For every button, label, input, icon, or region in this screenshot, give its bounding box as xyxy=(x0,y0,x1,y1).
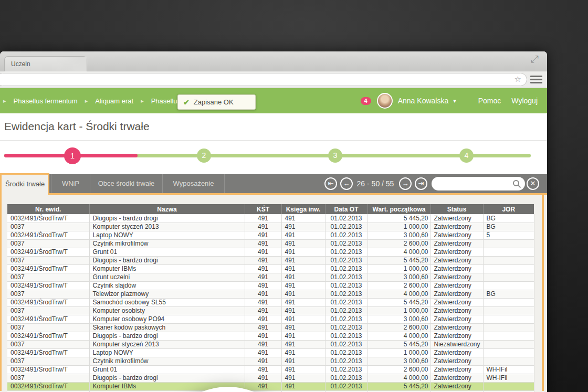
table-cell: 491 xyxy=(281,281,325,290)
table-cell: 491 xyxy=(281,357,325,365)
table-cell: 491 xyxy=(281,306,325,315)
table-cell: 491 xyxy=(245,223,281,231)
pagination-first-button[interactable]: ⇤ xyxy=(324,177,337,190)
table-cell: 01.02.2013 xyxy=(325,365,368,374)
step-3[interactable]: 3 xyxy=(328,149,342,163)
tab-srodki-trwale[interactable]: Środki trwałe xyxy=(0,173,49,195)
table-row[interactable]: 0032/491/ŚrodTrw/TLaptop NOWY49149101.02… xyxy=(7,231,534,239)
stepper-track xyxy=(4,154,531,157)
table-cell: Zatwierdzony xyxy=(430,298,483,306)
table-row[interactable]: 0037Grunt uczelni49149101.02.20133 000,6… xyxy=(7,273,534,281)
toast-message: Zapisane OK xyxy=(194,98,234,106)
help-link[interactable]: Pomoc xyxy=(478,97,501,105)
table-row[interactable]: 0037Skaner kodów paskowych49149101.02.20… xyxy=(7,323,534,332)
column-header[interactable]: JOR xyxy=(483,204,534,214)
table-cell: 491 xyxy=(245,306,281,315)
table-cell: 491 xyxy=(281,256,325,264)
table-cell: 4 000,00 xyxy=(368,248,430,256)
title-bar: Ewidencja kart - Środki trwałe xyxy=(0,113,547,141)
table-row[interactable]: 0037Czytnik mikrofilmów49149101.02.20132… xyxy=(7,239,534,248)
table-row[interactable]: 0037Czytnik mikrofilmów49149101.02.20133… xyxy=(7,357,534,365)
table-row[interactable]: 0032/491/ŚrodTrw/TKomputer IBMs49149101.… xyxy=(7,382,534,390)
step-1[interactable]: 1 xyxy=(64,147,81,164)
breadcrumb-item[interactable]: Phasellus fermentum xyxy=(14,97,78,105)
breadcrumb-separator-icon: ▸ xyxy=(3,98,6,104)
table-row[interactable]: 0037Telewizor plazmowy49149101.02.20134 … xyxy=(7,290,534,298)
table-cell: 0032/491/ŚrodTrw/T xyxy=(7,382,89,390)
table-cell: 0037 xyxy=(7,340,89,348)
table-cell: 01.02.2013 xyxy=(325,281,368,290)
table-cell: BG xyxy=(483,214,534,223)
bookmark-star-icon[interactable]: ☆ xyxy=(514,75,521,84)
table-cell: 491 xyxy=(281,348,325,357)
pagination-next-button[interactable]: → xyxy=(399,177,412,190)
table-row[interactable]: 0032/491/ŚrodTrw/TDługopis - bardzo drog… xyxy=(7,214,534,223)
column-header[interactable]: Data OT xyxy=(325,204,368,214)
table-cell: Laptop NOWY xyxy=(89,348,245,357)
table-cell: 01.02.2013 xyxy=(325,374,368,382)
search-clear-button[interactable]: ✕ xyxy=(527,177,539,190)
notification-badge[interactable]: 4 xyxy=(361,97,371,105)
table-cell: 5 445,20 xyxy=(368,298,430,306)
tab-wyposazenie[interactable]: Wyposażenie xyxy=(163,174,225,193)
table-cell: Komputer osobisty xyxy=(89,306,245,315)
table-cell: WH-IFil xyxy=(483,365,534,374)
table-cell: Zatwierdzony xyxy=(430,248,483,256)
table-row[interactable]: 0037Długopis - bardzo drogi49149101.02.2… xyxy=(7,256,534,264)
table-cell: Zatwierdzony xyxy=(430,256,483,264)
table-cell: 3 000,60 xyxy=(368,357,430,365)
table-cell: 01.02.2013 xyxy=(325,214,368,223)
table-cell: 491 xyxy=(281,214,325,223)
browser-window: Uczeln ⤢ ☆ ▸ Phasellus fermentum ▸ Aliqu… xyxy=(0,51,547,392)
tab-obce-srodki[interactable]: Obce środki trwałe xyxy=(90,174,163,193)
table-row[interactable]: 0032/491/ŚrodTrw/TGrunt 0149149101.02.20… xyxy=(7,248,534,256)
table-row[interactable]: 0032/491/ŚrodTrw/TKomputer osobowy PO944… xyxy=(7,315,534,323)
table-row[interactable]: 0032/491/ŚrodTrw/TCzytnik slajdów4914910… xyxy=(7,281,534,290)
column-header[interactable]: Status xyxy=(430,204,483,214)
table-row[interactable]: 0032/491/ŚrodTrw/TSamochód osobowy SL554… xyxy=(7,298,534,306)
column-header[interactable]: Wart. początkowa xyxy=(368,204,430,214)
user-name[interactable]: Anna Kowalska xyxy=(398,97,449,105)
chevron-down-icon[interactable]: ▾ xyxy=(453,98,456,104)
table-row[interactable]: 0037Komputer styczeń 201349149101.02.201… xyxy=(7,223,534,231)
pagination-prev-button[interactable]: ← xyxy=(340,177,353,190)
browser-tab-title: Uczeln xyxy=(11,57,87,71)
wizard-stepper: 1 2 3 4 xyxy=(0,141,547,174)
table-cell: Długopis - bardzo drogi xyxy=(89,256,245,264)
table-cell: 5 445,20 xyxy=(368,382,430,390)
window-expand-icon[interactable]: ⤢ xyxy=(531,54,539,65)
table-cell: Zatwierdzony xyxy=(430,357,483,365)
logout-link[interactable]: Wyloguj xyxy=(511,97,538,105)
table-cell: Zatwierdzony xyxy=(430,264,483,273)
table-cell: 5 xyxy=(483,231,534,239)
table-cell: 491 xyxy=(281,340,325,348)
table-cell: 491 xyxy=(281,298,325,306)
table-cell: 491 xyxy=(245,273,281,281)
step-4[interactable]: 4 xyxy=(459,149,474,163)
column-header[interactable]: Nr. ewid. xyxy=(7,204,89,214)
table-row[interactable]: 0032/491/ŚrodTrw/TLaptop NOWY49149101.02… xyxy=(7,348,534,357)
table-cell: 1 000,00 xyxy=(368,264,430,273)
table-row[interactable]: 0032/491/ŚrodTrw/TGrunt 0149149101.02.20… xyxy=(7,365,534,374)
table-cell: 01.02.2013 xyxy=(325,332,368,340)
column-header[interactable]: KŚT xyxy=(245,204,281,214)
column-header[interactable]: Księga inw. xyxy=(281,204,325,214)
table-row[interactable]: 0032/491/ŚrodTrw/TKomputer IBMs49149101.… xyxy=(7,264,534,273)
search-input[interactable] xyxy=(437,178,510,188)
table-row[interactable]: 0037Komputer styczeń 201349149101.02.201… xyxy=(7,340,534,348)
table-row[interactable]: 0037Długopis - bardzo drogi49149101.02.2… xyxy=(7,374,534,382)
browser-tab[interactable]: Uczeln xyxy=(4,56,87,71)
browser-menu-icon[interactable] xyxy=(530,76,542,84)
avatar[interactable] xyxy=(377,93,393,109)
step-2[interactable]: 2 xyxy=(197,149,211,163)
breadcrumb-item[interactable]: Aliquam erat xyxy=(95,97,133,105)
search-icon xyxy=(512,179,521,190)
tab-wnip[interactable]: WNiP xyxy=(51,174,90,193)
table-row[interactable]: 0037Komputer osobisty49149101.02.20131 0… xyxy=(7,306,534,315)
pagination-last-button[interactable]: ⇥ xyxy=(415,177,427,190)
asset-tabbar: Środki trwałe WNiP Obce środki trwałe Wy… xyxy=(0,174,547,193)
url-bar[interactable]: ☆ xyxy=(0,73,527,86)
table-cell: BG xyxy=(483,223,534,231)
column-header[interactable]: Nazwa xyxy=(89,204,245,214)
table-row[interactable]: 0032/491/ŚrodTrw/TDługopis - bardzo drog… xyxy=(7,332,534,340)
